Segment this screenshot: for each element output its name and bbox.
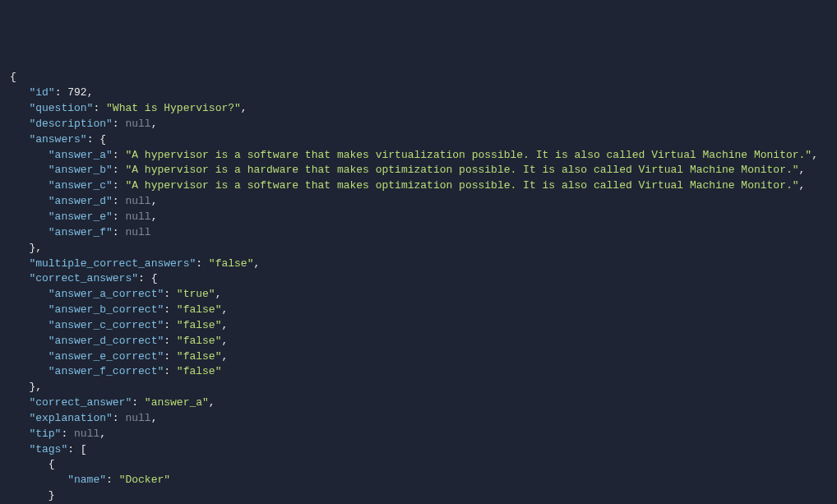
field-correct-answers-open: "correct_answers": { bbox=[10, 271, 827, 287]
tags-item-close: } bbox=[10, 488, 827, 504]
tags-item-open: { bbox=[10, 457, 827, 473]
field-tag-name: "name": "Docker" bbox=[10, 473, 827, 488]
field-answer_c_correct: "answer_c_correct": "false", bbox=[10, 318, 827, 334]
field-answer_a_correct: "answer_a_correct": "true", bbox=[10, 287, 827, 303]
field-answer_f: "answer_f": null bbox=[10, 225, 827, 241]
field-description: "description": null, bbox=[10, 117, 827, 132]
field-tip: "tip": null, bbox=[10, 427, 827, 442]
field-answer_f_correct: "answer_f_correct": "false" bbox=[10, 364, 827, 380]
field-answer_e: "answer_e": null, bbox=[10, 210, 827, 225]
field-answer_b_correct: "answer_b_correct": "false", bbox=[10, 303, 827, 318]
field-answer_d_correct: "answer_d_correct": "false", bbox=[10, 334, 827, 349]
brace-open: { bbox=[10, 70, 827, 86]
field-multiple-correct-answers: "multiple_correct_answers": "false", bbox=[10, 257, 827, 272]
field-answers-open: "answers": { bbox=[10, 132, 827, 148]
answers-close: }, bbox=[10, 241, 827, 257]
field-correct-answer: "correct_answer": "answer_a", bbox=[10, 395, 827, 411]
field-answer_d: "answer_d": null, bbox=[10, 194, 827, 210]
field-answer_a: "answer_a": "A hypervisor is a software … bbox=[10, 148, 827, 164]
field-answer_e_correct: "answer_e_correct": "false", bbox=[10, 349, 827, 365]
field-id: "id": 792, bbox=[10, 86, 827, 101]
field-question: "question": "What is Hypervisor?", bbox=[10, 101, 827, 117]
field-answer_c: "answer_c": "A hypervisor is a software … bbox=[10, 178, 827, 194]
field-answer_b: "answer_b": "A hypervisor is a hardware … bbox=[10, 163, 827, 178]
json-code-block: { "id": 792, "question": "What is Hyperv… bbox=[10, 70, 827, 504]
field-explanation: "explanation": null, bbox=[10, 411, 827, 427]
correct-answers-close: }, bbox=[10, 380, 827, 395]
field-tags-open: "tags": [ bbox=[10, 442, 827, 458]
